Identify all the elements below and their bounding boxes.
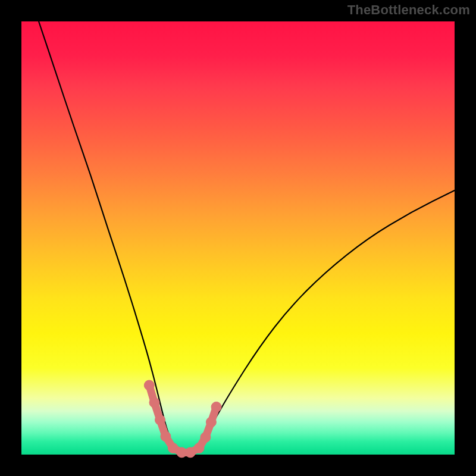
marker-dot: [155, 415, 165, 425]
plot-area: [21, 21, 455, 455]
marker-dot: [149, 397, 159, 408]
chart-frame: TheBottleneck.com: [0, 0, 476, 476]
marker-dot: [201, 432, 211, 442]
watermark-text: TheBottleneck.com: [347, 2, 470, 18]
marker-dot: [194, 443, 204, 453]
marker-dot: [161, 431, 171, 441]
bottleneck-curve: [39, 21, 455, 452]
chart-svg: [21, 21, 455, 455]
marker-dot: [144, 380, 154, 390]
curve-layer: [39, 21, 455, 452]
marker-layer: [144, 380, 221, 458]
marker-dot: [211, 402, 221, 412]
marker-dot: [206, 417, 216, 427]
